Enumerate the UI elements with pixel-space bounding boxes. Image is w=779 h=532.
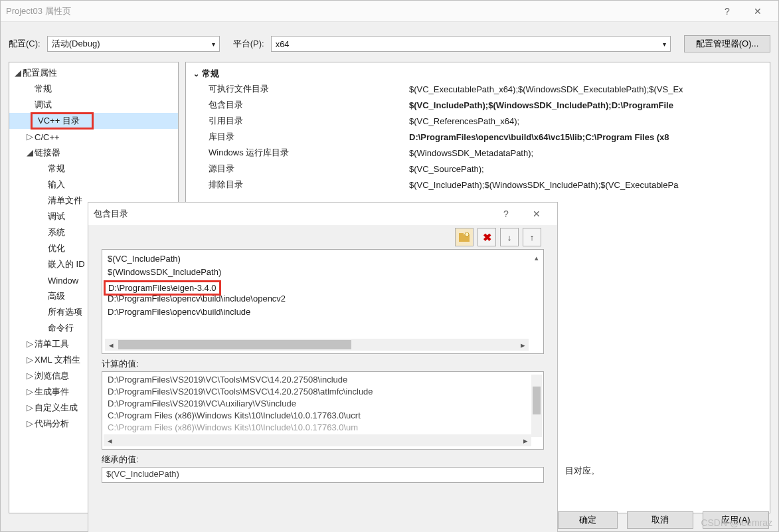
tree-item-linker[interactable]: ◢链接器 — [9, 145, 178, 161]
tree-item-vcpp-dirs[interactable]: VC++ 目录 — [9, 113, 178, 129]
list-item-highlighted[interactable]: D:\ProgramFiles\eigen-3.4.0 — [108, 280, 538, 294]
new-folder-icon[interactable] — [455, 228, 474, 246]
config-manager-button[interactable]: 配置管理器(O)... — [684, 35, 770, 52]
triangle-right-icon: ▷ — [25, 339, 35, 349]
proprow-winrt-dir[interactable]: Windows 运行库目录$(WindowsSDK_MetadataPath); — [190, 145, 766, 161]
proprow-exclude-dir[interactable]: 排除目录$(VC_IncludePath);$(WindowsSDK_Inclu… — [190, 177, 766, 193]
tree-root-label: 配置属性 — [23, 67, 57, 79]
include-list[interactable]: $(VC_IncludePath) $(WindowsSDK_IncludePa… — [102, 249, 544, 354]
move-up-icon[interactable]: ↑ — [523, 228, 541, 246]
vertical-scrollbar[interactable] — [531, 375, 542, 437]
triangle-right-icon: ▷ — [25, 402, 35, 412]
propgroup-title: 常规 — [202, 68, 219, 80]
config-row: 配置(C): 活动(Debug) ▾ 平台(P): x64 ▾ 配置管理器(O)… — [1, 22, 778, 62]
list-item: D:\ProgramFiles\VS2019\VC\Tools\MSVC\14.… — [108, 375, 538, 387]
scroll-left-icon[interactable]: ◂ — [105, 339, 117, 351]
close-icon[interactable]: ✕ — [742, 1, 773, 22]
tree-item-vcpp-dirs-label: VC++ 目录 — [31, 112, 94, 130]
triangle-right-icon: ▷ — [25, 387, 35, 397]
ok-button-partial[interactable]: 确定 — [558, 511, 618, 529]
tree-item-linker-input[interactable]: 输入 — [9, 177, 178, 193]
list-toolbar: ✖ ↓ ↑ — [88, 225, 557, 248]
chevron-down-icon: ⌄ — [190, 70, 202, 78]
tree-item-linker-general[interactable]: 常规 — [9, 161, 178, 177]
config-value: 活动(Debug) — [52, 38, 100, 50]
scrollbar-thumb[interactable] — [118, 340, 351, 349]
description-note: 目对应。 — [565, 465, 600, 477]
computed-label: 计算的值: — [102, 358, 544, 370]
window-title: Project03 属性页 — [6, 5, 712, 17]
proprow-lib-dir[interactable]: 库目录D:\ProgramFiles\opencv\build\x64\vc15… — [190, 129, 766, 145]
platform-label: 平台(P): — [233, 38, 264, 50]
scroll-left-icon[interactable]: ◂ — [104, 434, 116, 446]
platform-value: x64 — [276, 39, 290, 49]
triangle-right-icon: ▷ — [25, 132, 35, 141]
tree-item-ccpp[interactable]: ▷C/C++ — [9, 129, 178, 145]
chevron-down-icon: ▾ — [663, 41, 666, 48]
scrollbar-thumb[interactable] — [533, 387, 541, 414]
chevron-down-icon: ▾ — [212, 41, 215, 48]
apply-button[interactable]: 应用(A) — [703, 511, 769, 529]
tree-item-general[interactable]: 常规 — [9, 81, 178, 97]
horizontal-scrollbar[interactable]: ◂ ▸ — [105, 339, 529, 351]
svg-rect-1 — [459, 233, 464, 236]
svg-point-2 — [465, 232, 469, 236]
triangle-down-icon: ◢ — [13, 68, 23, 78]
scroll-up-icon[interactable]: ▴ — [531, 254, 542, 264]
propgroup-header[interactable]: ⌄ 常规 — [190, 66, 766, 81]
scroll-right-icon[interactable]: ▸ — [517, 339, 529, 351]
platform-dropdown[interactable]: x64 ▾ — [271, 36, 671, 52]
cancel-button[interactable]: 取消 — [627, 511, 693, 529]
help-icon[interactable]: ? — [491, 203, 521, 224]
config-dropdown[interactable]: 活动(Debug) ▾ — [47, 36, 220, 52]
list-item[interactable]: D:\ProgramFiles\opencv\build\include\ope… — [108, 294, 538, 307]
help-icon[interactable]: ? — [712, 1, 742, 22]
triangle-right-icon: ▷ — [25, 355, 35, 365]
list-item: $(VC_IncludePath) — [106, 469, 179, 479]
proprow-include-dir[interactable]: 包含目录$(VC_IncludePath);$(WindowsSDK_Inclu… — [190, 97, 766, 113]
move-down-icon[interactable]: ↓ — [500, 228, 519, 246]
dialog-titlebar: 包含目录 ? ✕ — [88, 203, 557, 225]
close-icon[interactable]: ✕ — [521, 203, 552, 224]
triangle-right-icon: ▷ — [25, 371, 35, 381]
proprow-exec-dir[interactable]: 可执行文件目录$(VC_ExecutablePath_x64);$(Window… — [190, 81, 766, 97]
titlebar: Project03 属性页 ? ✕ — [1, 1, 778, 22]
list-item[interactable]: $(VC_IncludePath) — [108, 254, 538, 267]
list-item[interactable]: D:\ProgramFiles\opencv\build\include — [108, 307, 538, 320]
tree-item-debug[interactable]: 调试 — [9, 97, 178, 113]
dialog-title: 包含目录 — [94, 208, 491, 220]
inherited-list[interactable]: $(VC_IncludePath) — [102, 467, 544, 483]
button-row: 确定 取消 应用(A) — [558, 511, 769, 529]
proprow-source-dir[interactable]: 源目录$(VC_SourcePath); — [190, 161, 766, 177]
horizontal-scrollbar[interactable]: ◂ ▸ — [104, 434, 531, 446]
triangle-down-icon: ◢ — [25, 147, 35, 157]
triangle-right-icon: ▷ — [25, 418, 35, 428]
include-dirs-dialog: 包含目录 ? ✕ ✖ ↓ ↑ $(VC_IncludePath) $(Windo… — [88, 202, 558, 532]
proprow-reference-dir[interactable]: 引用目录$(VC_ReferencesPath_x64); — [190, 113, 766, 129]
list-item[interactable]: $(WindowsSDK_IncludePath) — [108, 267, 538, 280]
list-item: C:\Program Files (x86)\Windows Kits\10\I… — [108, 422, 538, 434]
delete-icon[interactable]: ✖ — [477, 228, 496, 246]
config-label: 配置(C): — [9, 38, 41, 50]
list-item: C:\Program Files (x86)\Windows Kits\10\I… — [108, 410, 538, 422]
scroll-right-icon[interactable]: ▸ — [519, 434, 531, 446]
inherited-label: 继承的值: — [102, 454, 544, 466]
computed-list[interactable]: D:\ProgramFiles\VS2019\VC\Tools\MSVC\14.… — [102, 371, 544, 450]
list-item: D:\ProgramFiles\VS2019\VC\Auxiliary\VS\i… — [108, 399, 538, 410]
list-item: D:\ProgramFiles\VS2019\VC\Tools\MSVC\14.… — [108, 387, 538, 399]
tree-root[interactable]: ◢ 配置属性 — [9, 65, 178, 81]
